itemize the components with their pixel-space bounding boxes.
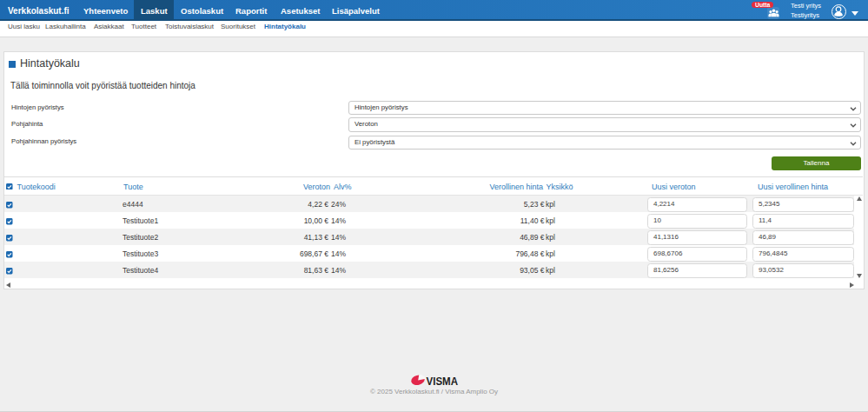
svg-text:VISMA: VISMA	[427, 375, 459, 387]
